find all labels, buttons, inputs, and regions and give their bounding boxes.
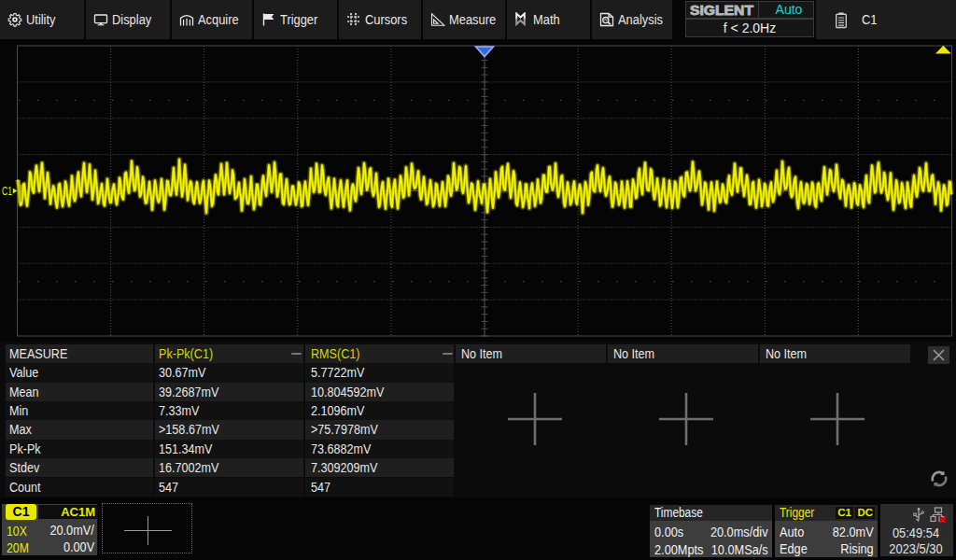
svg-text:C1: C1 (2, 185, 12, 198)
